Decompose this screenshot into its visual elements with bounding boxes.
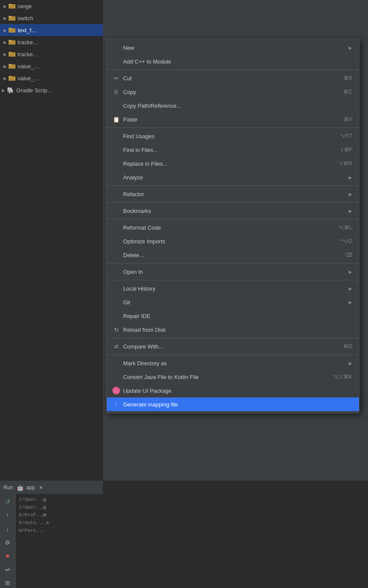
menu-item-copy[interactable]: ⎘ Copy ⌘C [107,85,359,99]
menu-item-mark-directory[interactable]: Mark Directory as ▶ [107,356,359,370]
submenu-arrow-icon: ▶ [349,192,352,197]
shortcut-reformat: ⌥⌘L [338,224,352,230]
menu-item-find-in-files[interactable]: Find in Files... ⇧⌘F [107,143,359,157]
menu-label-copy-path: Copy Path/Reference... [123,103,352,109]
tree-item-range[interactable]: ▶ range [0,0,103,12]
svg-rect-9 [9,52,12,53]
chevron-icon: ▶ [3,76,7,81]
run-toolbar: ↺ ↑ ↓ ⚙ ■ ⇌ ⊞ [0,494,15,588]
gradle-icon: 🐘 [7,87,14,94]
scroll-up-button[interactable]: ↑ [3,510,13,521]
menu-label-update-ui: Update UI Package [123,388,352,394]
menu-item-cut[interactable]: ✂ Cut ⌘X [107,71,359,85]
wrap-button[interactable]: ⇌ [3,564,13,575]
tree-label: range [18,3,32,9]
menu-label-mark-directory: Mark Directory as [123,360,345,367]
menu-item-local-history[interactable]: Local History ▶ [107,282,359,295]
compare-icon: ⇄ [112,343,121,349]
pin-button[interactable]: ⊞ [3,578,13,588]
menu-item-repair-ide[interactable]: Repair IDE [107,309,359,323]
menu-item-bookmarks[interactable]: Bookmarks ▶ [107,204,359,218]
shortcut-paste: ⌘V [344,116,352,122]
paste-icon: 📋 [112,116,121,123]
tree-item-text-field[interactable]: ▶ text_f… [0,24,103,36]
tree-item-gradle[interactable]: ▶ 🐘 Gradle Scrip… [0,84,103,96]
separator [107,338,359,338]
tree-label: tracke… [18,51,38,58]
tree-label: value_… [18,63,39,70]
menu-item-update-ui[interactable]: ↑ Update UI Package [107,384,359,397]
tree-item-tracker1[interactable]: ▶ tracke… [0,36,103,48]
menu-label-delete: Delete... [123,252,336,258]
log-line-1: I/Oper……g [19,496,100,503]
shortcut-delete: ⌫ [345,252,352,258]
menu-label-reformat: Reformat Code [123,224,329,231]
tree-item-switch[interactable]: ▶ switch [0,12,103,24]
menu-item-git[interactable]: Git ▶ [107,295,359,309]
file-tree-panel: ▶ range ▶ switch ▶ text_f… ▶ tracke… ▶ [0,0,103,481]
tree-item-value1[interactable]: ▶ value_… [0,60,103,72]
blue-circle-icon: ↑ [112,400,121,408]
tree-item-value2[interactable]: ▶ value_… [0,72,103,84]
android-icon: 🤖 [17,485,24,491]
menu-item-refactor[interactable]: Refactor ▶ [107,187,359,201]
svg-rect-1 [9,4,12,5]
submenu-arrow-icon: ▶ [349,175,352,180]
run-label: Run: [3,485,14,491]
close-icon[interactable]: ✕ [39,485,43,491]
chevron-icon: ▶ [2,88,5,93]
menu-item-generate-mapping[interactable]: ↑ Generate mapping file [107,397,359,411]
menu-item-new[interactable]: New ▶ [107,41,359,55]
svg-rect-5 [9,28,12,29]
tree-item-tracker2[interactable]: ▶ tracke… [0,48,103,60]
settings-button[interactable]: ⚙ [3,537,13,548]
svg-rect-7 [9,40,12,41]
chevron-icon: ▶ [3,4,7,9]
menu-item-analyze[interactable]: Analyze ▶ [107,170,359,184]
svg-rect-3 [9,16,12,17]
menu-item-compare-with[interactable]: ⇄ Compare With... ⌘D [107,339,359,353]
menu-label-bookmarks: Bookmarks [123,208,345,214]
pink-circle-icon: ↑ [112,387,121,394]
menu-label-add-cpp: Add C++ to Module [123,58,352,65]
menu-item-add-cpp[interactable]: Add C++ to Module [107,55,359,68]
menu-item-find-usages[interactable]: Find Usages ⌥F7 [107,129,359,143]
separator [107,280,359,280]
folder-icon [9,63,15,69]
submenu-arrow-icon: ▶ [349,209,352,213]
separator [107,219,359,219]
chevron-icon: ▶ [3,16,7,21]
tree-label: Gradle Scrip… [16,87,53,94]
scroll-down-button[interactable]: ↓ [3,524,13,534]
menu-item-reformat[interactable]: Reformat Code ⌥⌘L [107,221,359,234]
menu-label-local-history: Local History [123,285,345,292]
menu-item-convert-java[interactable]: Convert Java File to Kotlin File ⌥⇧⌘K [107,370,359,384]
menu-label-find-usages: Find Usages [123,133,332,139]
folder-icon [9,15,15,21]
rerun-button[interactable]: ↺ [3,497,13,507]
submenu-arrow-icon: ▶ [349,286,352,291]
submenu-arrow-icon: ▶ [349,270,352,274]
menu-item-copy-path[interactable]: Copy Path/Reference... [107,99,359,112]
menu-label-copy: Copy [123,89,335,95]
separator [107,202,359,203]
copy-icon: ⎘ [112,89,121,95]
log-line-2: I/Oper……g [19,503,100,511]
separator [107,263,359,264]
shortcut-copy: ⌘C [343,89,352,95]
stop-button[interactable]: ■ [3,551,13,561]
log-line-5: W/Parc…… [19,527,100,534]
folder-icon [9,51,15,57]
menu-label-cut: Cut [123,75,335,82]
menu-item-replace-in-files[interactable]: Replace in Files... ⇧⌘R [107,157,359,170]
tree-label: tracke… [18,39,38,45]
svg-rect-13 [9,76,12,77]
menu-item-open-in[interactable]: Open In ▶ [107,265,359,279]
menu-item-delete[interactable]: Delete... ⌫ [107,248,359,262]
separator [107,70,359,70]
run-output: I/Oper……g I/Oper……g D/Prof……m D/Auto…….s… [15,494,103,588]
run-panel: Run: 🤖 app ✕ ↺ ↑ ↓ ⚙ ■ ⇌ ⊞ I/Oper……g I/O… [0,481,103,588]
menu-item-paste[interactable]: 📋 Paste ⌘V [107,112,359,126]
menu-item-optimize[interactable]: Optimize Imports ^⌥O [107,234,359,248]
menu-item-reload[interactable]: ↻ Reload from Disk [107,323,359,336]
